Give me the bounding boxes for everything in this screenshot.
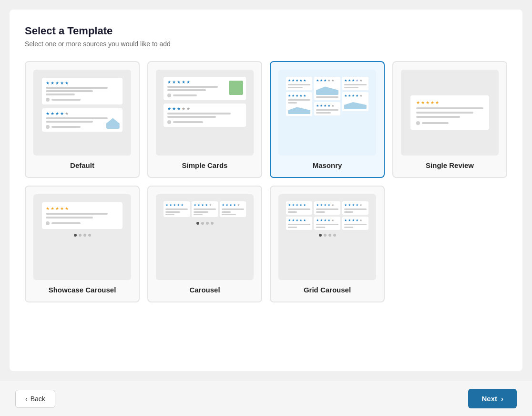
star: ★ bbox=[303, 79, 306, 83]
footer-bar: ‹ Back Next › bbox=[0, 381, 532, 416]
star: ★ bbox=[324, 203, 327, 207]
preview-line bbox=[173, 94, 197, 96]
carousel-dot bbox=[211, 222, 214, 225]
template-card-showcase-carousel[interactable]: ★ ★ ★ ★ ★ bbox=[25, 186, 140, 302]
star: ★ bbox=[209, 203, 212, 207]
template-card-masonry[interactable]: ★ ★ ★ ★ ★ ★ bbox=[270, 61, 385, 178]
star: ★ bbox=[352, 79, 355, 83]
single-preview-inner: ★ ★ ★ ★ ★ bbox=[406, 74, 494, 151]
preview-line bbox=[165, 208, 188, 210]
preview-line bbox=[288, 227, 297, 228]
star: ★ bbox=[320, 203, 323, 207]
star: ★ bbox=[359, 218, 362, 222]
star: ★ bbox=[320, 218, 323, 222]
preview-image bbox=[106, 115, 120, 129]
star: ★ bbox=[65, 206, 69, 211]
preview-line bbox=[344, 211, 353, 213]
star: ★ bbox=[46, 111, 50, 116]
carousel-dots bbox=[286, 234, 368, 237]
grid-card: ★ ★ ★ ★ ★ bbox=[314, 201, 340, 215]
preview-line bbox=[288, 84, 310, 85]
star: ★ bbox=[55, 111, 59, 116]
template-card-grid-carousel[interactable]: ★ ★ ★ ★ ★ ★ bbox=[270, 186, 385, 302]
masonry-card: ★ ★ ★ ★ ★ bbox=[342, 77, 368, 90]
stars-row: ★ ★ ★ ★ ★ bbox=[344, 94, 367, 98]
preview-line bbox=[344, 227, 353, 228]
star: ★ bbox=[225, 203, 228, 207]
star: ★ bbox=[316, 104, 319, 108]
grid-card: ★ ★ ★ ★ ★ bbox=[342, 201, 368, 215]
preview-item: ★ ★ ★ ★ ★ bbox=[164, 104, 246, 127]
preview-line bbox=[316, 96, 338, 98]
preview-line bbox=[288, 99, 310, 101]
grid-card: ★ ★ ★ ★ ★ bbox=[286, 217, 312, 230]
carousel-dot bbox=[324, 234, 327, 237]
preview-line bbox=[173, 121, 203, 123]
preview-dot bbox=[46, 125, 50, 129]
preview-line bbox=[416, 107, 483, 109]
stars-row: ★ ★ ★ ★ ★ bbox=[316, 104, 338, 108]
single-review-card: ★ ★ ★ ★ ★ bbox=[410, 95, 489, 130]
star: ★ bbox=[201, 203, 204, 207]
star: ★ bbox=[233, 203, 236, 207]
back-label: Back bbox=[31, 395, 45, 403]
next-button[interactable]: Next › bbox=[468, 389, 517, 408]
star: ★ bbox=[229, 203, 232, 207]
star: ★ bbox=[344, 94, 347, 98]
preview-line bbox=[194, 211, 208, 213]
grid-card: ★ ★ ★ ★ ★ bbox=[286, 201, 312, 215]
star: ★ bbox=[299, 203, 302, 207]
carousel-dot bbox=[79, 234, 82, 237]
star: ★ bbox=[296, 94, 298, 98]
preview-dot bbox=[46, 221, 50, 225]
stars-row: ★ ★ ★ ★ ★ bbox=[288, 218, 310, 222]
back-button[interactable]: ‹ Back bbox=[15, 390, 55, 408]
star: ★ bbox=[182, 106, 185, 111]
masonry-card: ★ ★ ★ ★ ★ bbox=[314, 102, 340, 115]
stars-row: ★ ★ ★ ★ ★ bbox=[222, 203, 244, 207]
preview-dot bbox=[167, 120, 171, 124]
star: ★ bbox=[194, 203, 196, 207]
template-card-default[interactable]: ★ ★ ★ ★ ★ bbox=[25, 61, 140, 178]
template-card-simple-cards[interactable]: ★ ★ ★ ★ ★ bbox=[147, 61, 262, 178]
star: ★ bbox=[55, 206, 59, 211]
preview-line bbox=[222, 208, 244, 210]
star: ★ bbox=[303, 203, 306, 207]
template-card-carousel[interactable]: ★ ★ ★ ★ ★ bbox=[147, 186, 262, 302]
star: ★ bbox=[324, 104, 327, 108]
stars-row: ★ ★ ★ ★ ★ bbox=[344, 79, 367, 83]
star: ★ bbox=[356, 94, 358, 98]
star: ★ bbox=[51, 81, 54, 85]
template-preview-grid-carousel: ★ ★ ★ ★ ★ ★ bbox=[278, 194, 376, 280]
showcase-preview-inner: ★ ★ ★ ★ ★ bbox=[38, 198, 126, 276]
star: ★ bbox=[352, 218, 355, 222]
masonry-col-2: ★ ★ ★ ★ ★ ★ bbox=[314, 77, 340, 148]
preview-line bbox=[167, 89, 206, 91]
grid-row-2: ★ ★ ★ ★ ★ ★ bbox=[286, 217, 368, 230]
preview-line bbox=[316, 208, 338, 210]
preview-line bbox=[46, 87, 108, 89]
stars-row: ★ ★ ★ ★ ★ bbox=[288, 79, 310, 83]
default-preview-inner: ★ ★ ★ ★ ★ bbox=[38, 74, 126, 151]
preview-line bbox=[222, 211, 231, 213]
star: ★ bbox=[331, 79, 334, 83]
template-label-single-review: Single Review bbox=[426, 161, 474, 169]
showcase-main-card: ★ ★ ★ ★ ★ bbox=[42, 202, 123, 229]
stars-row: ★ ★ ★ ★ ★ bbox=[46, 206, 119, 211]
star: ★ bbox=[331, 203, 334, 207]
star: ★ bbox=[51, 206, 54, 211]
preview-line bbox=[46, 90, 93, 92]
preview-line bbox=[288, 208, 310, 210]
preview-image bbox=[316, 84, 338, 95]
star: ★ bbox=[65, 81, 69, 85]
preview-line bbox=[288, 211, 297, 213]
star: ★ bbox=[46, 81, 50, 85]
star: ★ bbox=[288, 79, 291, 83]
star: ★ bbox=[299, 79, 302, 83]
star: ★ bbox=[356, 79, 358, 83]
star: ★ bbox=[177, 80, 181, 84]
preview-line bbox=[344, 84, 367, 85]
template-card-single-review[interactable]: ★ ★ ★ ★ ★ bbox=[392, 61, 507, 178]
carousel-card: ★ ★ ★ ★ ★ bbox=[220, 201, 246, 217]
star: ★ bbox=[324, 218, 327, 222]
